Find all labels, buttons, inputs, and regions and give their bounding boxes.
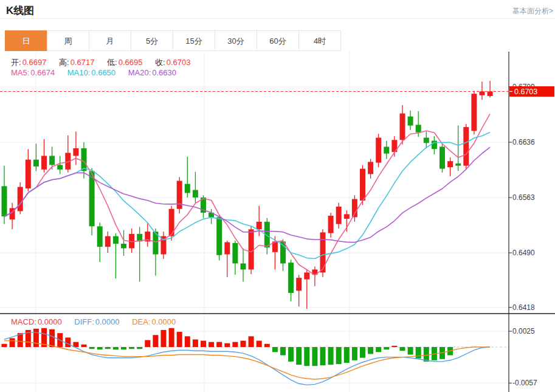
tab-5min[interactable]: 5分 [131, 30, 173, 51]
close-value: 收:0.6703 [155, 58, 190, 67]
svg-text:0.6563: 0.6563 [512, 193, 535, 202]
tab-month[interactable]: 月 [89, 30, 131, 51]
macd-value: MACD:0.0000 [11, 317, 62, 326]
svg-text:0.6703: 0.6703 [514, 88, 537, 96]
kline-app: 0.67090.66360.65630.64900.64180.0025-0.0… [0, 0, 555, 392]
svg-text:0.6490: 0.6490 [512, 249, 535, 257]
high-value: 高:0.6717 [59, 58, 94, 67]
macd-info-row: MACD:0.0000 DIFF:0.0000 DEA:0.0000 [11, 317, 186, 326]
svg-text:0.6418: 0.6418 [512, 303, 535, 312]
tab-15min[interactable]: 15分 [173, 30, 215, 51]
svg-text:-0.0057: -0.0057 [512, 379, 537, 387]
period-tabs: 日 周 月 5分 15分 30分 60分 4时 [5, 30, 341, 51]
page-header: K线图 基本面分析> [0, 0, 555, 19]
diff-value: DIFF:0.0000 [74, 317, 119, 326]
ma-info-row: MA5:0.6674 MA10:0.6650 MA20:0.6630 [11, 68, 187, 77]
tab-4hour[interactable]: 4时 [298, 30, 341, 51]
ma5-value: MA5:0.6674 [11, 68, 55, 77]
page-title: K线图 [6, 4, 34, 18]
svg-text:0.0025: 0.0025 [512, 327, 535, 335]
tab-60min[interactable]: 60分 [257, 30, 299, 51]
open-value: 开:0.6697 [11, 58, 46, 67]
tab-30min[interactable]: 30分 [215, 30, 257, 51]
ohlc-info-row: 开:0.6697 高:0.6717 低:0.6695 收:0.6703 [11, 57, 201, 68]
ma10-value: MA10:0.6650 [67, 68, 115, 77]
svg-text:0.6636: 0.6636 [512, 138, 535, 146]
fundamental-analysis-link[interactable]: 基本面分析> [512, 6, 553, 16]
ma20-value: MA20:0.6630 [128, 68, 176, 77]
low-value: 低:0.6695 [107, 58, 142, 67]
tab-week[interactable]: 周 [47, 30, 89, 51]
tab-day[interactable]: 日 [5, 30, 47, 51]
dea-value: DEA:0.0000 [132, 317, 176, 326]
